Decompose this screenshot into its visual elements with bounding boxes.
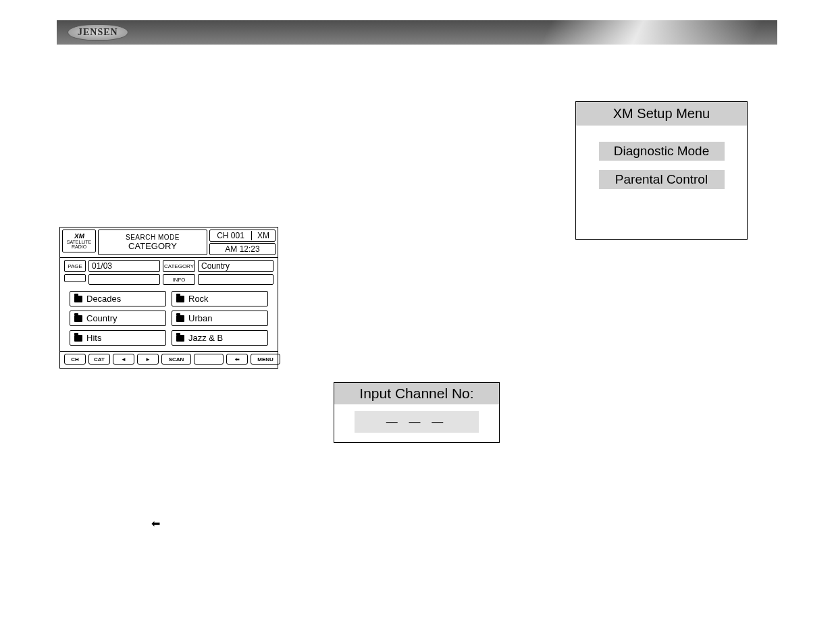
channel-indicator: CH 001XM	[209, 230, 276, 242]
category-decades[interactable]: Decades	[70, 291, 166, 306]
info-value	[198, 274, 273, 285]
folder-icon	[74, 296, 82, 302]
foot-blank-button[interactable]	[194, 354, 224, 365]
page-number: 22	[413, 639, 421, 644]
setup-menu-title: XM Setup Menu	[576, 102, 747, 126]
foot-next-button[interactable]	[137, 354, 159, 365]
foot-back-button[interactable]: ⬅	[226, 354, 248, 365]
folder-icon	[176, 315, 184, 322]
brand-logo: JENSEN	[68, 24, 128, 41]
category-label: CATEGORY	[163, 260, 195, 272]
header-band: JENSEN	[57, 20, 777, 45]
xm-setup-menu: XM Setup Menu Diagnostic Mode Parental C…	[575, 101, 748, 240]
folder-icon	[176, 296, 184, 302]
input-channel-box: Input Channel No: — — —	[334, 382, 500, 443]
input-channel-title: Input Channel No:	[334, 383, 499, 404]
foot-scan-button[interactable]: SCAN	[161, 354, 191, 365]
foot-cat-button[interactable]: CAT	[88, 354, 110, 365]
foot-ch-button[interactable]: CH	[64, 354, 86, 365]
arrow-right-icon	[145, 356, 151, 363]
category-rock[interactable]: Rock	[172, 291, 268, 306]
time-indicator: AM 12:23	[209, 243, 276, 255]
page-label: PAGE	[64, 260, 86, 272]
inline-back-arrow-icon: ⬅	[151, 517, 160, 530]
foot-prev-button[interactable]	[113, 354, 134, 365]
category-jazz[interactable]: Jazz & B	[172, 330, 268, 346]
category-value: Country	[198, 260, 273, 272]
blank-value	[88, 274, 160, 285]
category-country[interactable]: Country	[70, 311, 166, 326]
category-urban[interactable]: Urban	[172, 311, 268, 326]
folder-icon	[74, 335, 82, 342]
menu-item-diagnostic[interactable]: Diagnostic Mode	[599, 142, 725, 161]
search-mode-box: SEARCH MODE CATEGORY	[98, 230, 207, 255]
back-arrow-icon: ⬅	[235, 356, 240, 363]
info-label: INFO	[163, 274, 195, 285]
menu-item-parental[interactable]: Parental Control	[599, 170, 725, 189]
page-value: 01/03	[88, 260, 160, 272]
channel-number-field[interactable]: — — —	[355, 411, 479, 433]
foot-menu-button[interactable]: MENU	[251, 354, 280, 365]
category-screen: XM SATELLITE RADIO SEARCH MODE CATEGORY …	[59, 227, 278, 369]
xm-satellite-radio-icon: XM SATELLITE RADIO	[62, 230, 96, 252]
folder-icon	[176, 335, 184, 342]
folder-icon	[74, 315, 82, 322]
blank-pill	[64, 274, 86, 282]
arrow-left-icon	[121, 356, 126, 363]
category-hits[interactable]: Hits	[70, 330, 166, 346]
